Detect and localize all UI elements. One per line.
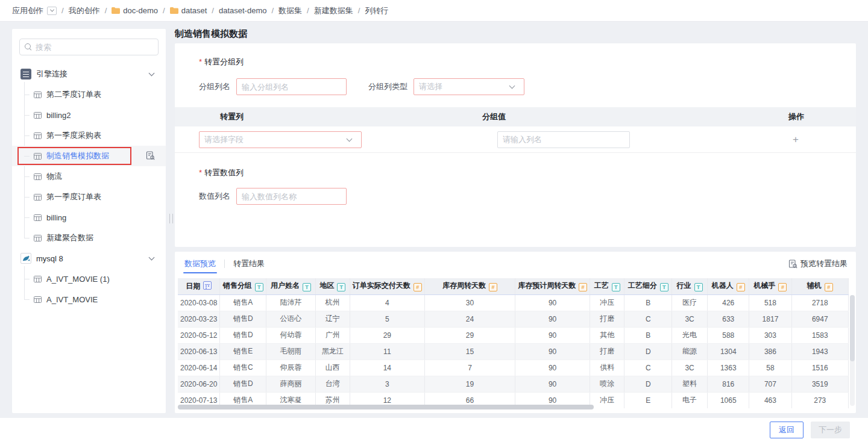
- select-placeholder: 请选择: [419, 81, 442, 92]
- breadcrumb-root-dropdown[interactable]: [47, 7, 57, 15]
- group-column-type-select[interactable]: 请选择: [414, 78, 524, 95]
- table-cell: 能源: [672, 343, 708, 360]
- tab-data-preview[interactable]: 数据预览: [183, 252, 217, 276]
- breadcrumb-item-label: doc-demo: [123, 6, 158, 15]
- preview-column-header: 机器人#: [708, 278, 749, 294]
- sidebar-table-item[interactable]: 新建聚合数据: [12, 228, 166, 248]
- table-cell: 90: [515, 343, 590, 360]
- breadcrumb-item[interactable]: / 数据集: [266, 5, 302, 16]
- table-cell: 仰辰蓉: [266, 360, 315, 376]
- table-cell: 台湾: [315, 376, 350, 392]
- text-type-icon: T: [694, 283, 703, 291]
- table-cell: 3: [350, 376, 424, 392]
- horizontal-scrollbar[interactable]: [178, 405, 594, 409]
- transpose-field-select[interactable]: 请选择字段: [199, 131, 362, 148]
- data-preview-panel: 数据预览 转置结果 预览转置结果 日期销售分组T用户姓名T地区T订单实际交付天数…: [175, 252, 856, 413]
- preview-column-header: 订单实际交付天数#: [350, 278, 424, 294]
- chevron-down-icon[interactable]: [149, 255, 155, 261]
- table-grid-icon: [34, 234, 42, 242]
- table-cell: 薛商丽: [266, 376, 315, 392]
- table-item-label: 物流: [46, 171, 62, 182]
- table-cell: 14: [350, 360, 424, 376]
- table-cell: 3C: [672, 311, 708, 327]
- breadcrumb-separator: /: [212, 6, 214, 15]
- table-cell: 1065: [708, 392, 749, 408]
- sidebar-table-item[interactable]: 第二季度订单表: [12, 84, 166, 105]
- add-row-button[interactable]: +: [793, 134, 799, 145]
- table-grid-icon: [34, 214, 42, 222]
- table-cell: 打磨: [590, 311, 624, 327]
- table-cell: 销售D: [220, 327, 266, 343]
- table-grid-icon: [34, 91, 42, 99]
- column-label: 工艺: [594, 281, 609, 290]
- table-cell: 喷涂: [590, 376, 624, 392]
- back-button[interactable]: 返回: [770, 422, 804, 438]
- table-cell: 冲压: [590, 392, 624, 408]
- sidebar: 引擎连接 第二季度订单表 billing2: [12, 29, 166, 413]
- sidebar-table-item[interactable]: 第一季度采购表: [12, 125, 166, 146]
- vertical-scrollbar-track: [850, 295, 855, 406]
- sidebar-table-item[interactable]: 制造销售模拟数据: [12, 146, 166, 166]
- table-cell: 3C: [672, 360, 708, 376]
- table-grid-icon: [34, 296, 42, 303]
- column-label: 工艺细分: [628, 281, 657, 290]
- breadcrumb-separator: /: [61, 6, 64, 15]
- breadcrumb-root[interactable]: 应用创作: [12, 5, 57, 16]
- breadcrumb-item[interactable]: / 我的创作: [57, 5, 100, 16]
- sidebar-table-item[interactable]: 第一季度订单表: [12, 187, 166, 207]
- breadcrumb-item[interactable]: / dataset-demo: [207, 6, 266, 15]
- mysql-icon: [20, 253, 31, 264]
- table-cell: 其他: [590, 327, 624, 343]
- value-column-name-input[interactable]: [236, 188, 347, 205]
- number-type-icon: #: [489, 283, 497, 291]
- group-column-name-input[interactable]: [236, 78, 347, 95]
- table-cell: 2020-03-08: [178, 294, 220, 311]
- table-row: 2020-03-23销售D公语心辽宁52490打磨C3C63318176947: [178, 311, 849, 327]
- table-cell: 588: [708, 327, 749, 343]
- preview-table-head-row: 日期销售分组T用户姓名T地区T订单实际交付天数#库存周转天数#库存预计周转天数#…: [178, 278, 849, 294]
- sidebar-table-item[interactable]: A_IVT_MOVIE (1): [12, 269, 166, 289]
- text-type-icon: T: [303, 283, 311, 291]
- table-cell: 冲压: [590, 294, 624, 311]
- chevron-down-icon[interactable]: [149, 70, 155, 76]
- next-step-button[interactable]: 下一步: [811, 422, 850, 438]
- preview-transpose-result-button[interactable]: 预览转置结果: [788, 258, 848, 269]
- group-value-input[interactable]: [497, 131, 630, 148]
- table-cell: 90: [515, 311, 590, 327]
- sidebar-table-item[interactable]: 物流: [12, 166, 166, 187]
- preview-column-header: 行业T: [672, 278, 708, 294]
- tree-group-mysql[interactable]: mysql 8: [12, 248, 166, 269]
- table-cell: B: [624, 327, 672, 343]
- breadcrumb-root-label: 应用创作: [12, 5, 43, 16]
- tab-transpose-result[interactable]: 转置结果: [232, 252, 266, 276]
- breadcrumb-item-label: 我的创作: [69, 5, 100, 16]
- search-box[interactable]: [19, 39, 159, 55]
- search-input[interactable]: [36, 43, 153, 52]
- breadcrumb-item[interactable]: / dataset: [158, 6, 207, 15]
- folder-icon: [112, 7, 120, 14]
- table-cell: 5: [350, 311, 424, 327]
- sidebar-resize-handle[interactable]: [169, 214, 173, 223]
- table-item-label: 第一季度订单表: [46, 191, 101, 202]
- breadcrumb-item[interactable]: / 列转行: [353, 5, 389, 16]
- sidebar-table-item[interactable]: billing: [12, 207, 166, 228]
- preview-table-icon[interactable]: [146, 151, 155, 160]
- table-cell: 销售E: [220, 343, 266, 360]
- page-title: 制造销售模拟数据: [175, 28, 247, 40]
- table-cell: 15: [424, 343, 515, 360]
- preview-column-header: 机械手#: [749, 278, 791, 294]
- sidebar-table-item[interactable]: A_IVT_MOVIE: [12, 289, 166, 310]
- folder-icon: [170, 7, 178, 14]
- table-cell: 2020-06-14: [178, 360, 220, 376]
- sidebar-table-item[interactable]: billing2: [12, 105, 166, 125]
- chevron-down-icon: [509, 83, 515, 89]
- breadcrumb-separator: /: [105, 6, 107, 15]
- vertical-scrollbar[interactable]: [850, 295, 855, 361]
- table-cell: 何幼蓉: [266, 327, 315, 343]
- table-cell: 销售D: [220, 311, 266, 327]
- table-cell: 供料: [590, 360, 624, 376]
- tree-group-engine[interactable]: 引擎连接: [12, 64, 166, 84]
- breadcrumb-item[interactable]: / doc-demo: [100, 6, 158, 15]
- preview-column-header: 库存周转天数#: [424, 278, 515, 294]
- breadcrumb-item[interactable]: / 新建数据集: [302, 5, 353, 16]
